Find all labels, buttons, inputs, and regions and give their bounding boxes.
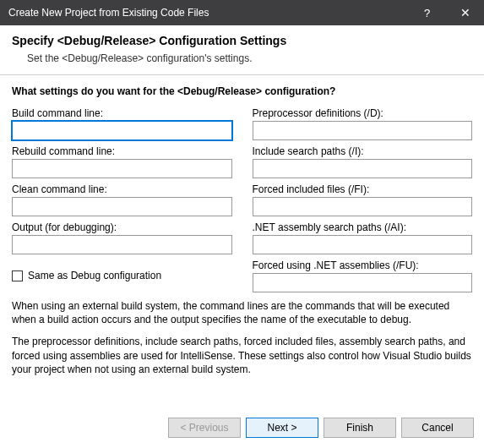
build-cmd-input[interactable] bbox=[12, 121, 232, 140]
forced-include-label: Forced included files (/FI): bbox=[253, 183, 473, 195]
preproc-label: Preprocessor definitions (/D): bbox=[253, 107, 473, 119]
left-column: Build command line: Rebuild command line… bbox=[12, 102, 232, 292]
question-label: What settings do you want for the <Debug… bbox=[0, 75, 484, 102]
info-text: When using an external build system, the… bbox=[0, 292, 484, 376]
wizard-header: Specify <Debug/Release> Configuration Se… bbox=[0, 25, 484, 75]
include-label: Include search paths (/I): bbox=[253, 145, 473, 157]
rebuild-cmd-input[interactable] bbox=[12, 159, 232, 178]
finish-button[interactable]: Finish bbox=[324, 418, 396, 438]
settings-grid: Build command line: Rebuild command line… bbox=[0, 102, 484, 292]
close-button[interactable]: ✕ bbox=[446, 0, 484, 25]
help-button[interactable]: ? bbox=[408, 0, 446, 25]
output-label: Output (for debugging): bbox=[12, 221, 232, 233]
forced-using-input[interactable] bbox=[253, 273, 473, 292]
clean-cmd-input[interactable] bbox=[12, 197, 232, 216]
next-button[interactable]: Next > bbox=[246, 418, 318, 438]
info-paragraph-2: The preprocessor definitions, include se… bbox=[12, 335, 472, 376]
forced-include-input[interactable] bbox=[253, 197, 473, 216]
info-paragraph-1: When using an external build system, the… bbox=[12, 299, 472, 326]
window-title: Create New Project from Existing Code Fi… bbox=[8, 7, 408, 19]
clean-cmd-label: Clean command line: bbox=[12, 183, 232, 195]
page-title: Specify <Debug/Release> Configuration Se… bbox=[12, 34, 472, 47]
forced-using-label: Forced using .NET assemblies (/FU): bbox=[253, 260, 473, 271]
build-cmd-label: Build command line: bbox=[12, 107, 232, 119]
include-input[interactable] bbox=[253, 159, 473, 178]
same-as-debug-row[interactable]: Same as Debug configuration bbox=[12, 270, 232, 281]
page-subtitle: Set the <Debug/Release> configuration's … bbox=[27, 52, 472, 64]
same-as-debug-checkbox[interactable] bbox=[12, 270, 23, 281]
previous-button[interactable]: < Previous bbox=[168, 418, 241, 438]
wizard-footer: < Previous Next > Finish Cancel bbox=[0, 411, 484, 448]
assembly-input[interactable] bbox=[253, 235, 473, 254]
titlebar: Create New Project from Existing Code Fi… bbox=[0, 0, 484, 25]
assembly-label: .NET assembly search paths (/AI): bbox=[253, 221, 473, 233]
preproc-input[interactable] bbox=[253, 121, 473, 140]
same-as-debug-label: Same as Debug configuration bbox=[28, 270, 161, 281]
rebuild-cmd-label: Rebuild command line: bbox=[12, 145, 232, 157]
output-input[interactable] bbox=[12, 235, 232, 254]
cancel-button[interactable]: Cancel bbox=[401, 418, 474, 438]
right-column: Preprocessor definitions (/D): Include s… bbox=[253, 102, 473, 292]
